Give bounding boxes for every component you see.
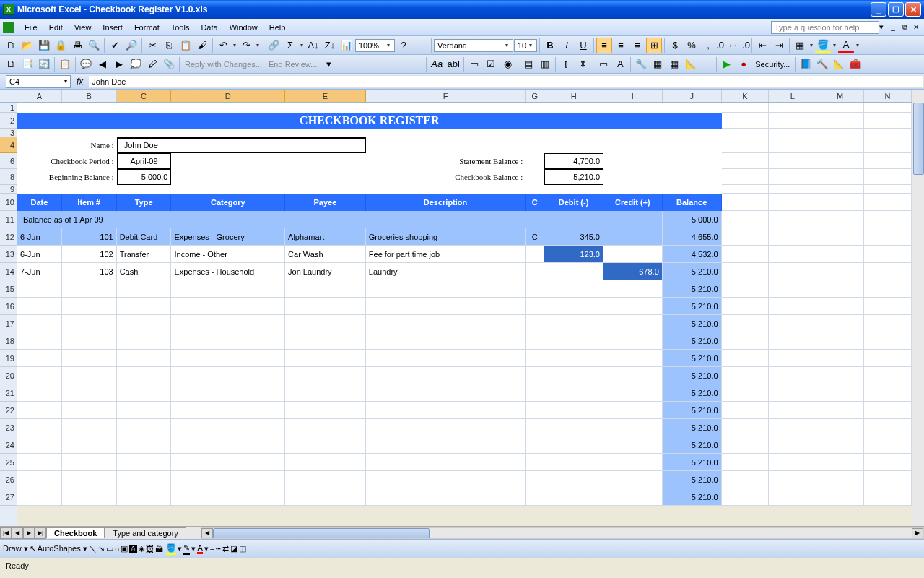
label-stmt-balance[interactable]: Statement Balance : [366, 153, 526, 169]
row-header[interactable]: 23 [0, 419, 17, 436]
open-icon[interactable]: 📂 [19, 38, 35, 53]
cell[interactable]: 101 [62, 228, 117, 246]
cell[interactable] [366, 471, 526, 488]
col-date[interactable]: Date [17, 194, 62, 211]
col-c[interactable]: C [526, 194, 544, 211]
cell[interactable]: 7-Jun [17, 263, 62, 280]
menu-window[interactable]: Window [224, 22, 263, 33]
cell[interactable]: 5,210.0 [663, 332, 722, 350]
line-style-icon[interactable]: ≡ [210, 545, 214, 553]
rectangle-icon[interactable]: ▭ [106, 544, 113, 553]
save-icon[interactable]: 💾 [36, 38, 52, 53]
cell[interactable] [62, 488, 117, 506]
cell[interactable] [526, 402, 544, 419]
cell[interactable] [117, 488, 172, 506]
tb2-icon-2[interactable]: 📑 [19, 56, 35, 72]
cell[interactable]: 4,532.0 [663, 246, 722, 263]
close-button[interactable]: ✕ [905, 2, 921, 17]
sort-desc-icon[interactable]: Z↓ [322, 38, 338, 53]
percent-icon[interactable]: % [684, 38, 699, 53]
cell[interactable] [366, 350, 526, 367]
cell[interactable] [171, 402, 285, 419]
cell[interactable]: Expenses - Household [171, 263, 285, 280]
cell[interactable] [62, 454, 117, 471]
cell[interactable] [171, 454, 285, 471]
cell[interactable] [366, 454, 526, 471]
tb2-more-icon[interactable]: ▾ [321, 56, 336, 72]
dash-style-icon[interactable]: ┅ [216, 544, 221, 553]
paste-icon[interactable]: 📋 [178, 38, 193, 53]
macro-rec-icon[interactable]: ● [736, 56, 751, 72]
value-stmt-balance[interactable]: 4,700.0 [544, 153, 603, 169]
col-header[interactable]: I [603, 90, 663, 102]
balance-as-of-val[interactable]: 5,000.0 [663, 211, 722, 228]
tb3-group-icon[interactable]: ▭ [466, 56, 482, 72]
menu-data[interactable]: Data [195, 22, 223, 33]
fx-icon[interactable]: fx [77, 77, 83, 87]
cell[interactable] [285, 315, 366, 332]
cell[interactable] [603, 419, 663, 436]
cell[interactable] [62, 298, 117, 315]
cell[interactable] [117, 419, 172, 436]
tb3-label-icon[interactable]: A [612, 56, 628, 72]
help-icon[interactable]: ? [396, 38, 411, 53]
formula-input[interactable]: John Doe [89, 75, 924, 88]
tb3-option-icon[interactable]: ◉ [500, 56, 515, 72]
cell[interactable] [285, 332, 366, 350]
cell[interactable]: 5,210.0 [663, 263, 722, 280]
cell[interactable] [526, 471, 544, 488]
cell[interactable] [17, 436, 62, 454]
cell[interactable] [526, 315, 544, 332]
row-header[interactable]: 17 [0, 315, 17, 332]
cell[interactable] [171, 488, 285, 506]
decrease-decimal-icon[interactable]: ←.0 [733, 38, 749, 53]
cell[interactable] [544, 384, 603, 402]
cell[interactable] [17, 367, 62, 384]
cell[interactable] [62, 471, 117, 488]
value-chk-balance[interactable]: 5,210.0 [544, 169, 603, 185]
cell[interactable] [544, 298, 603, 315]
vertical-scrollbar[interactable] [912, 90, 924, 526]
row-header[interactable]: 14 [0, 263, 17, 280]
menu-format[interactable]: Format [128, 22, 165, 33]
col-payee[interactable]: Payee [285, 194, 366, 211]
tb3-design-icon[interactable]: 📐 [683, 56, 699, 72]
fill-color-icon[interactable]: 🪣 [815, 38, 831, 53]
end-review-button[interactable]: End Review... [266, 60, 320, 69]
diagram-icon[interactable]: ◈ [139, 544, 144, 553]
row-header[interactable]: 19 [0, 350, 17, 367]
col-header[interactable]: L [769, 90, 816, 102]
cell[interactable] [544, 436, 603, 454]
col-item[interactable]: Item # [62, 194, 117, 211]
cell[interactable] [285, 454, 366, 471]
cell[interactable] [366, 315, 526, 332]
cell[interactable] [62, 332, 117, 350]
cell[interactable] [526, 350, 544, 367]
line-icon[interactable]: ＼ [89, 543, 97, 554]
font-color-draw-icon[interactable]: A [197, 543, 202, 554]
cell[interactable] [603, 228, 663, 246]
cell[interactable] [17, 332, 62, 350]
cell[interactable]: 5,210.0 [663, 402, 722, 419]
cell[interactable]: 345.0 [544, 228, 603, 246]
col-header[interactable]: M [816, 90, 864, 102]
cell[interactable] [544, 454, 603, 471]
design-mode-icon[interactable]: 📐 [831, 56, 847, 72]
controls-icon[interactable]: 🧰 [847, 56, 863, 72]
textbox-icon[interactable]: ▣ [121, 544, 128, 553]
underline-icon[interactable]: U [575, 38, 591, 53]
cell[interactable]: Fee for part time job [366, 246, 526, 263]
bold-icon[interactable]: B [542, 38, 558, 53]
align-right-icon[interactable]: ≡ [629, 38, 645, 53]
cell[interactable] [366, 488, 526, 506]
tb2-icon-8[interactable]: 💭 [128, 56, 144, 72]
tb3-combo-icon[interactable]: ▥ [537, 56, 553, 72]
shadow-icon[interactable]: ◪ [230, 544, 237, 553]
cell[interactable] [285, 350, 366, 367]
label-beg-balance[interactable]: Beginning Balance : [17, 169, 117, 185]
menu-tools[interactable]: Tools [165, 22, 196, 33]
name-box[interactable]: C4▾ [6, 75, 71, 88]
cell[interactable] [171, 471, 285, 488]
cell[interactable] [285, 298, 366, 315]
cell[interactable] [526, 384, 544, 402]
